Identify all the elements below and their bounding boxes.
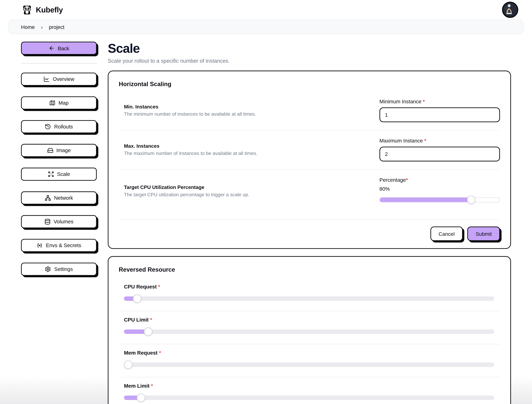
horizontal-scaling-actions: Cancel Submit <box>119 219 500 241</box>
back-label: Back <box>58 45 69 51</box>
brand[interactable]: Kubefly <box>22 5 63 15</box>
slider-fill <box>124 297 133 301</box>
parentheses-x-icon <box>37 242 43 248</box>
body: Back Overview Map Rollouts <box>0 34 532 404</box>
minimum-instance-input[interactable] <box>380 107 500 122</box>
cpu-request-slider[interactable] <box>124 294 494 303</box>
slider-track[interactable] <box>124 329 494 334</box>
network-icon <box>45 195 51 201</box>
slider-thumb[interactable] <box>144 327 152 336</box>
page-title: Scale <box>108 42 511 55</box>
sidebar-item-label: Volumes <box>54 219 73 224</box>
required-asterisk: * <box>406 177 408 183</box>
field-label: Percentage* <box>380 177 500 183</box>
chevron-right-icon: › <box>41 24 43 30</box>
cpu-limit-row: CPU Limit * <box>119 311 500 344</box>
arrow-left-icon <box>48 45 55 51</box>
back-button[interactable]: Back <box>21 42 97 55</box>
slider-track[interactable] <box>380 197 500 202</box>
reversed-resource-rows: CPU Request * CPU Limit * <box>119 278 500 404</box>
sidebar-item-image[interactable]: Image <box>21 144 97 157</box>
mem-limit-slider[interactable] <box>124 393 494 402</box>
slider-label: CPU Request * <box>119 284 500 290</box>
sidebar-item-network[interactable]: Network <box>21 191 97 204</box>
required-asterisk: * <box>424 138 426 144</box>
sidebar-item-settings[interactable]: Settings <box>21 263 97 276</box>
target-cpu-row: Target CPU Utilization Percentage The ta… <box>119 169 500 212</box>
slider-fill <box>380 198 473 202</box>
slider-label: Mem Limit * <box>119 383 500 389</box>
percentage-slider[interactable] <box>380 196 500 204</box>
mem-request-slider[interactable] <box>124 360 494 369</box>
expand-icon <box>48 171 54 177</box>
row-description: The maximum number of instances to be av… <box>124 150 257 156</box>
app-root: Kubefly Home › project B <box>0 0 532 404</box>
breadcrumb-home[interactable]: Home <box>21 24 35 30</box>
mem-limit-row: Mem Limit * <box>119 377 500 404</box>
sidebar-item-envs-secrets[interactable]: Envs & Secrets <box>21 239 97 252</box>
breadcrumb-project[interactable]: project <box>49 24 64 30</box>
history-icon <box>45 123 51 130</box>
slider-track[interactable] <box>124 297 494 301</box>
sidebar-item-label: Settings <box>54 266 73 272</box>
horizontal-scaling-rows: Min. Instances The minimum number of ins… <box>119 91 500 212</box>
slider-fill <box>124 395 137 400</box>
required-asterisk: * <box>159 350 161 356</box>
required-asterisk: * <box>151 383 153 389</box>
field-label: Minimum Instance * <box>380 98 500 104</box>
cancel-button[interactable]: Cancel <box>430 227 463 241</box>
sidebar-item-label: Overview <box>53 76 74 82</box>
sidebar-divider <box>21 63 97 63</box>
sidebar-item-rollouts[interactable]: Rollouts <box>21 120 97 133</box>
percentage-value: 80% <box>380 186 500 192</box>
field-label: Maximum Instance * <box>380 138 500 144</box>
slider-track[interactable] <box>124 363 494 367</box>
slider-fill <box>124 329 144 334</box>
row-description: The target CPU utilization percentage to… <box>124 191 249 197</box>
sidebar-item-overview[interactable]: Overview <box>21 72 97 86</box>
sidebar-item-volumes[interactable]: Volumes <box>21 215 97 228</box>
reversed-resource-card: Reversed Resource CPU Request * CPU Limi… <box>108 256 511 404</box>
required-asterisk: * <box>158 284 160 290</box>
user-avatar[interactable] <box>502 2 518 18</box>
page-subtitle: Scale your rollout to a specific number … <box>108 58 511 64</box>
cpu-limit-slider[interactable] <box>124 327 494 336</box>
slider-thumb[interactable] <box>137 393 145 402</box>
brand-name: Kubefly <box>36 5 63 14</box>
slider-thumb[interactable] <box>133 294 142 303</box>
card-title: Reversed Resource <box>119 266 500 273</box>
row-text: Min. Instances The minimum number of ins… <box>119 104 256 117</box>
panda-logo-icon <box>22 5 32 15</box>
gear-icon <box>45 266 51 272</box>
main-content: Scale Scale your rollout to a specific n… <box>108 42 511 404</box>
sidebar-item-scale[interactable]: Scale <box>21 167 97 181</box>
sidebar-item-map[interactable]: Map <box>21 96 97 109</box>
slider-label: CPU Limit * <box>119 317 500 322</box>
row-field: Minimum Instance * <box>380 98 500 122</box>
row-text: Max. Instances The maximum number of ins… <box>119 143 257 156</box>
required-asterisk: * <box>423 98 425 104</box>
slider-track[interactable] <box>124 395 494 400</box>
slider-thumb[interactable] <box>467 196 475 204</box>
sidebar-item-label: Envs & Secrets <box>46 242 81 248</box>
sidebar-item-label: Image <box>56 147 71 153</box>
sidebar-item-label: Scale <box>57 171 70 177</box>
mem-request-row: Mem Request * <box>119 344 500 377</box>
row-field: Maximum Instance * <box>380 138 500 162</box>
submit-button[interactable]: Submit <box>467 227 500 241</box>
slider-thumb[interactable] <box>124 360 133 369</box>
sidebar-item-label: Network <box>54 195 73 201</box>
row-label: Target CPU Utilization Percentage <box>124 184 249 190</box>
cpu-request-row: CPU Request * <box>119 278 500 311</box>
sidebar-item-label: Map <box>58 100 69 106</box>
database-icon <box>44 218 51 225</box>
chart-line-icon <box>44 76 50 82</box>
row-text: Target CPU Utilization Percentage The ta… <box>119 184 249 197</box>
maximum-instance-input[interactable] <box>380 147 500 161</box>
row-field: Percentage* 80% <box>380 177 500 205</box>
app-header: Kubefly <box>0 0 532 20</box>
row-label: Min. Instances <box>124 104 256 109</box>
slider-label: Mem Request * <box>119 350 500 356</box>
required-asterisk: * <box>150 317 152 322</box>
breadcrumb: Home › project <box>8 20 524 34</box>
